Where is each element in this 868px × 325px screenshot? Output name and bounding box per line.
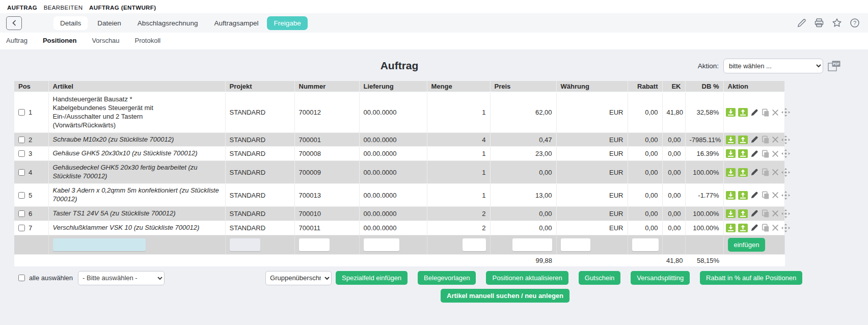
ek-cell: 41,80 [662, 92, 685, 132]
tab-dateien[interactable]: Dateien [91, 16, 128, 30]
new-rabatt-input[interactable] [632, 238, 659, 251]
delete-icon[interactable] [772, 109, 779, 116]
copy-icon[interactable] [761, 224, 769, 232]
select-all-checkbox[interactable] [18, 275, 25, 281]
drag-icon[interactable] [781, 224, 790, 232]
row-checkbox[interactable] [18, 137, 25, 143]
delete-icon[interactable] [772, 169, 779, 176]
pdf-export-icon[interactable]: PDF [828, 61, 840, 72]
star-icon[interactable] [832, 18, 842, 28]
delete-icon[interactable] [772, 210, 779, 217]
copy-icon[interactable] [761, 109, 769, 117]
subnav-item-protokoll[interactable]: Protokoll [135, 37, 161, 44]
move-down-icon[interactable] [726, 108, 736, 117]
delete-icon[interactable] [772, 150, 779, 157]
table-row: 4Gehäusedeckel GHK5 20x30 fertig bearbei… [14, 161, 784, 184]
subnav-item-vorschau[interactable]: Vorschau [92, 37, 119, 44]
row-checkbox[interactable] [18, 169, 25, 176]
footer-button-spezialfeld-einfügen[interactable]: Spezialfeld einfügen [336, 271, 408, 285]
edit-icon[interactable] [750, 224, 758, 232]
move-down-icon[interactable] [726, 224, 736, 232]
tab-details[interactable]: Details [53, 16, 88, 30]
copy-icon[interactable] [761, 168, 769, 176]
copy-icon[interactable] [761, 209, 769, 218]
footer-search-row: Artikel manuell suchen / neu anlegen [14, 289, 854, 303]
new-projekt-input[interactable] [230, 238, 260, 251]
footer-button-positionen-aktualisieren[interactable]: Positionen aktualisieren [486, 271, 568, 285]
move-up-icon[interactable] [738, 108, 748, 117]
row-checkbox[interactable] [18, 225, 25, 231]
column-header: Aktion [723, 81, 784, 92]
delete-icon[interactable] [772, 224, 779, 231]
edit-icon[interactable] [750, 168, 758, 176]
new-preis-input[interactable] [512, 238, 552, 251]
row-checkbox[interactable] [18, 109, 25, 116]
search-article-button[interactable]: Artikel manuell suchen / neu anlegen [441, 289, 569, 303]
edit-icon[interactable] [750, 109, 758, 117]
move-down-icon[interactable] [726, 209, 736, 218]
edit-icon[interactable] [750, 209, 758, 218]
footer-button-rabatt-in-auf-alle-positionen[interactable]: Rabatt in % auf alle Positionen [700, 271, 802, 285]
action-select[interactable]: bitte wählen ... [723, 59, 823, 73]
insert-menge-cell [427, 235, 490, 254]
projekt-cell: STANDARD [225, 132, 294, 147]
footer-button-gutschein[interactable]: Gutschein [579, 271, 621, 285]
drag-icon[interactable] [781, 136, 790, 144]
print-icon[interactable] [814, 18, 824, 28]
row-checkbox[interactable] [18, 150, 25, 157]
new-menge-input[interactable] [463, 238, 486, 251]
move-up-icon[interactable] [738, 209, 748, 218]
freigabe-button[interactable]: Freigabe [267, 16, 307, 30]
move-down-icon[interactable] [726, 191, 736, 200]
ek-cell: 0,00 [662, 221, 685, 235]
back-button[interactable] [6, 16, 22, 30]
footer-button-versandsplitting[interactable]: Versandsplitting [631, 271, 690, 285]
insert-lieferung-cell [359, 235, 427, 254]
move-up-icon[interactable] [738, 168, 748, 177]
row-checkbox[interactable] [18, 192, 25, 199]
move-down-icon[interactable] [726, 149, 736, 158]
new-artikel-input[interactable] [53, 238, 146, 251]
move-down-icon[interactable] [726, 168, 736, 177]
group-heading-select[interactable]: Gruppenüberschrift [265, 271, 332, 285]
move-down-icon[interactable] [726, 136, 736, 144]
copy-icon[interactable] [761, 136, 769, 144]
edit-icon[interactable] [797, 18, 806, 28]
delete-icon[interactable] [772, 192, 779, 199]
delete-icon[interactable] [772, 136, 779, 143]
menge-cell: 1 [427, 161, 490, 184]
move-up-icon[interactable] [738, 191, 748, 200]
preis-cell: 0,00 [490, 221, 556, 235]
pos-number: 5 [29, 192, 32, 199]
pos-number: 1 [29, 109, 32, 116]
tab-auftragsampel[interactable]: Auftragsampel [207, 16, 265, 30]
edit-icon[interactable] [750, 150, 758, 158]
row-checkbox[interactable] [18, 210, 25, 217]
help-icon[interactable]: ? [850, 18, 860, 28]
rabatt-cell: 0,00 [628, 92, 662, 132]
move-up-icon[interactable] [738, 136, 748, 144]
copy-icon[interactable] [761, 150, 769, 158]
edit-icon[interactable] [750, 191, 758, 199]
drag-icon[interactable] [781, 108, 790, 117]
insert-button[interactable]: einfügen [728, 238, 766, 252]
drag-icon[interactable] [781, 209, 790, 218]
drag-icon[interactable] [781, 168, 790, 177]
move-up-icon[interactable] [738, 224, 748, 232]
edit-icon[interactable] [750, 136, 758, 144]
subnav-item-positionen[interactable]: Positionen [43, 37, 76, 44]
bulk-action-select[interactable]: - Bitte auswählen - [78, 271, 165, 285]
new-waehrung-input[interactable] [561, 238, 590, 251]
tab-abschlagsrechnung[interactable]: Abschlagsrechnung [131, 16, 205, 30]
drag-icon[interactable] [781, 149, 790, 158]
move-up-icon[interactable] [738, 149, 748, 158]
waehrung-cell: EUR [556, 92, 628, 132]
copy-icon[interactable] [761, 191, 769, 199]
new-nummer-input[interactable] [299, 238, 330, 251]
footer-button-belegevorlagen[interactable]: Belegevorlagen [418, 271, 476, 285]
projekt-cell: STANDARD [225, 184, 294, 207]
subnav-item-auftrag[interactable]: Auftrag [6, 37, 28, 44]
drag-icon[interactable] [781, 191, 790, 200]
db-cell: 100.00% [685, 161, 723, 184]
new-lieferung-input[interactable] [364, 238, 399, 251]
